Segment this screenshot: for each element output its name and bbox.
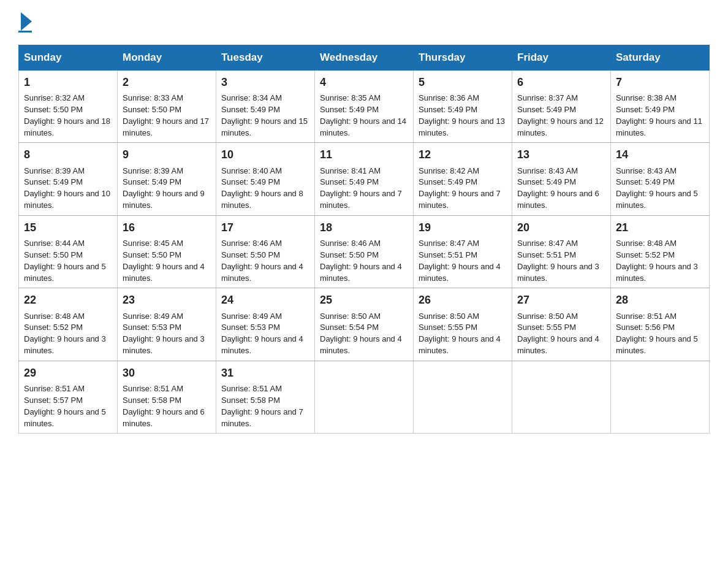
day-number: 18 [320,220,408,236]
day-info: Sunrise: 8:37 AMSunset: 5:49 PMDaylight:… [517,93,604,137]
cell-week4-day1: 23 Sunrise: 8:49 AMSunset: 5:53 PMDaylig… [118,288,216,361]
header-saturday: Saturday [611,45,710,71]
day-number: 26 [419,292,507,308]
day-info: Sunrise: 8:51 AMSunset: 5:58 PMDaylight:… [221,384,303,428]
day-number: 29 [24,365,112,381]
header-friday: Friday [512,45,611,71]
day-number: 12 [419,147,507,163]
day-info: Sunrise: 8:46 AMSunset: 5:50 PMDaylight:… [221,239,303,283]
day-info: Sunrise: 8:43 AMSunset: 5:49 PMDaylight:… [616,166,698,210]
header-monday: Monday [118,45,216,71]
header-sunday: Sunday [19,45,118,71]
day-info: Sunrise: 8:34 AMSunset: 5:49 PMDaylight:… [221,93,308,137]
cell-week3-day3: 18 Sunrise: 8:46 AMSunset: 5:50 PMDaylig… [315,215,414,288]
day-number: 30 [123,365,211,381]
logo [18,12,32,33]
week-row-1: 1 Sunrise: 8:32 AMSunset: 5:50 PMDayligh… [19,71,710,143]
day-number: 21 [616,220,704,236]
cell-week5-day3 [315,361,414,433]
cell-week2-day2: 10 Sunrise: 8:40 AMSunset: 5:49 PMDaylig… [216,143,315,215]
cell-week1-day6: 7 Sunrise: 8:38 AMSunset: 5:49 PMDayligh… [611,71,710,143]
day-info: Sunrise: 8:41 AMSunset: 5:49 PMDaylight:… [320,166,402,210]
cell-week5-day6 [611,361,710,433]
day-info: Sunrise: 8:42 AMSunset: 5:49 PMDaylight:… [419,166,501,210]
day-info: Sunrise: 8:32 AMSunset: 5:50 PMDaylight:… [24,93,110,137]
cell-week4-day6: 28 Sunrise: 8:51 AMSunset: 5:56 PMDaylig… [611,288,710,361]
cell-week1-day2: 3 Sunrise: 8:34 AMSunset: 5:49 PMDayligh… [216,71,315,143]
day-info: Sunrise: 8:36 AMSunset: 5:49 PMDaylight:… [419,93,505,137]
cell-week3-day2: 17 Sunrise: 8:46 AMSunset: 5:50 PMDaylig… [216,215,315,288]
day-number: 22 [24,292,112,308]
cell-week2-day3: 11 Sunrise: 8:41 AMSunset: 5:49 PMDaylig… [315,143,414,215]
week-row-3: 15 Sunrise: 8:44 AMSunset: 5:50 PMDaylig… [19,215,710,288]
cell-week2-day6: 14 Sunrise: 8:43 AMSunset: 5:49 PMDaylig… [611,143,710,215]
day-info: Sunrise: 8:49 AMSunset: 5:53 PMDaylight:… [123,312,205,356]
cell-week4-day0: 22 Sunrise: 8:48 AMSunset: 5:52 PMDaylig… [19,288,118,361]
cell-week1-day3: 4 Sunrise: 8:35 AMSunset: 5:49 PMDayligh… [315,71,414,143]
day-info: Sunrise: 8:51 AMSunset: 5:58 PMDaylight:… [123,384,205,428]
cell-week1-day4: 5 Sunrise: 8:36 AMSunset: 5:49 PMDayligh… [414,71,512,143]
cell-week5-day0: 29 Sunrise: 8:51 AMSunset: 5:57 PMDaylig… [19,361,118,433]
cell-week4-day3: 25 Sunrise: 8:50 AMSunset: 5:54 PMDaylig… [315,288,414,361]
day-info: Sunrise: 8:40 AMSunset: 5:49 PMDaylight:… [221,166,303,210]
header-tuesday: Tuesday [216,45,315,71]
day-info: Sunrise: 8:38 AMSunset: 5:49 PMDaylight:… [616,93,702,137]
day-number: 9 [123,147,211,163]
day-info: Sunrise: 8:51 AMSunset: 5:56 PMDaylight:… [616,312,698,356]
cell-week4-day2: 24 Sunrise: 8:49 AMSunset: 5:53 PMDaylig… [216,288,315,361]
cell-week3-day4: 19 Sunrise: 8:47 AMSunset: 5:51 PMDaylig… [414,215,512,288]
day-number: 31 [221,365,309,381]
cell-week5-day1: 30 Sunrise: 8:51 AMSunset: 5:58 PMDaylig… [118,361,216,433]
cell-week3-day5: 20 Sunrise: 8:47 AMSunset: 5:51 PMDaylig… [512,215,611,288]
cell-week2-day1: 9 Sunrise: 8:39 AMSunset: 5:49 PMDayligh… [118,143,216,215]
cell-week4-day5: 27 Sunrise: 8:50 AMSunset: 5:55 PMDaylig… [512,288,611,361]
cell-week1-day1: 2 Sunrise: 8:33 AMSunset: 5:50 PMDayligh… [118,71,216,143]
day-number: 13 [517,147,605,163]
day-info: Sunrise: 8:33 AMSunset: 5:50 PMDaylight:… [123,93,209,137]
day-info: Sunrise: 8:43 AMSunset: 5:49 PMDaylight:… [517,166,599,210]
logo-arrow-icon [21,12,32,31]
cell-week1-day5: 6 Sunrise: 8:37 AMSunset: 5:49 PMDayligh… [512,71,611,143]
day-info: Sunrise: 8:47 AMSunset: 5:51 PMDaylight:… [517,239,599,283]
day-number: 4 [320,74,408,90]
cell-week5-day4 [414,361,512,433]
day-info: Sunrise: 8:39 AMSunset: 5:49 PMDaylight:… [123,166,205,210]
day-info: Sunrise: 8:45 AMSunset: 5:50 PMDaylight:… [123,239,205,283]
day-number: 5 [419,74,507,90]
cell-week5-day2: 31 Sunrise: 8:51 AMSunset: 5:58 PMDaylig… [216,361,315,433]
day-info: Sunrise: 8:39 AMSunset: 5:49 PMDaylight:… [24,166,110,210]
day-info: Sunrise: 8:49 AMSunset: 5:53 PMDaylight:… [221,312,303,356]
day-info: Sunrise: 8:48 AMSunset: 5:52 PMDaylight:… [616,239,698,283]
day-number: 17 [221,220,309,236]
day-number: 8 [24,147,112,163]
day-number: 10 [221,147,309,163]
cell-week5-day5 [512,361,611,433]
day-number: 15 [24,220,112,236]
cell-week1-day0: 1 Sunrise: 8:32 AMSunset: 5:50 PMDayligh… [19,71,118,143]
logo-underline [18,31,32,33]
cell-week2-day5: 13 Sunrise: 8:43 AMSunset: 5:49 PMDaylig… [512,143,611,215]
day-info: Sunrise: 8:46 AMSunset: 5:50 PMDaylight:… [320,239,402,283]
day-number: 16 [123,220,211,236]
day-number: 20 [517,220,605,236]
day-number: 25 [320,292,408,308]
day-number: 1 [24,74,112,90]
day-info: Sunrise: 8:47 AMSunset: 5:51 PMDaylight:… [419,239,501,283]
day-number: 19 [419,220,507,236]
day-number: 24 [221,292,309,308]
day-number: 23 [123,292,211,308]
cell-week4-day4: 26 Sunrise: 8:50 AMSunset: 5:55 PMDaylig… [414,288,512,361]
cell-week2-day0: 8 Sunrise: 8:39 AMSunset: 5:49 PMDayligh… [19,143,118,215]
day-info: Sunrise: 8:50 AMSunset: 5:55 PMDaylight:… [419,312,501,356]
day-number: 14 [616,147,704,163]
week-row-2: 8 Sunrise: 8:39 AMSunset: 5:49 PMDayligh… [19,143,710,215]
day-number: 7 [616,74,704,90]
day-number: 28 [616,292,704,308]
calendar-table: SundayMondayTuesdayWednesdayThursdayFrid… [18,45,710,434]
header-thursday: Thursday [414,45,512,71]
week-row-5: 29 Sunrise: 8:51 AMSunset: 5:57 PMDaylig… [19,361,710,433]
day-number: 11 [320,147,408,163]
cell-week3-day0: 15 Sunrise: 8:44 AMSunset: 5:50 PMDaylig… [19,215,118,288]
cell-week3-day6: 21 Sunrise: 8:48 AMSunset: 5:52 PMDaylig… [611,215,710,288]
cell-week2-day4: 12 Sunrise: 8:42 AMSunset: 5:49 PMDaylig… [414,143,512,215]
